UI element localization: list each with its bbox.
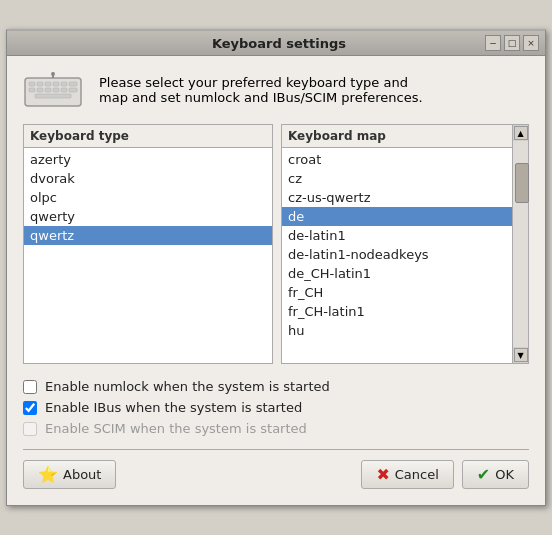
- keyboard-map-item[interactable]: de-latin1-nodeadkeys: [282, 245, 512, 264]
- star-icon: ⭐: [38, 465, 58, 484]
- keyboard-map-item[interactable]: fr_CH: [282, 283, 512, 302]
- scroll-thumb[interactable]: [515, 163, 529, 203]
- scim-row: Enable SCIM when the system is started: [23, 418, 529, 439]
- keyboard-map-item[interactable]: hu: [282, 321, 512, 340]
- keyboard-type-item[interactable]: qwerty: [24, 207, 272, 226]
- keyboard-map-item[interactable]: cz-us-qwertz: [282, 188, 512, 207]
- right-buttons: ✖ Cancel ✔ OK: [361, 460, 529, 489]
- cancel-icon: ✖: [376, 465, 389, 484]
- keyboard-map-header: Keyboard map: [282, 125, 512, 148]
- description-area: Please select your preferred keyboard ty…: [23, 72, 529, 108]
- keyboard-map-panel: Keyboard map croatczcz-us-qwertzdede-lat…: [281, 124, 513, 364]
- svg-rect-5: [61, 82, 67, 86]
- keyboard-icon: [23, 72, 83, 108]
- svg-rect-12: [69, 88, 77, 92]
- ibus-row: Enable IBus when the system is started: [23, 397, 529, 418]
- keyboard-type-item[interactable]: dvorak: [24, 169, 272, 188]
- scrollbar[interactable]: ▲ ▼: [513, 124, 529, 364]
- svg-rect-4: [53, 82, 59, 86]
- numlock-checkbox[interactable]: [23, 380, 37, 394]
- keyboard-type-item[interactable]: azerty: [24, 150, 272, 169]
- svg-rect-2: [37, 82, 43, 86]
- titlebar: Keyboard settings − □ ×: [7, 31, 545, 56]
- ibus-label: Enable IBus when the system is started: [45, 400, 302, 415]
- about-label: About: [63, 467, 101, 482]
- ok-label: OK: [495, 467, 514, 482]
- numlock-label: Enable numlock when the system is starte…: [45, 379, 330, 394]
- description-text: Please select your preferred keyboard ty…: [99, 75, 423, 105]
- cancel-button[interactable]: ✖ Cancel: [361, 460, 453, 489]
- about-button[interactable]: ⭐ About: [23, 460, 116, 489]
- maximize-button[interactable]: □: [504, 35, 520, 51]
- description-line2: map and set numlock and IBus/SCIM prefer…: [99, 90, 423, 105]
- svg-rect-8: [37, 88, 43, 92]
- keyboard-map-item[interactable]: de-latin1: [282, 226, 512, 245]
- keyboard-type-header: Keyboard type: [24, 125, 272, 148]
- scim-checkbox[interactable]: [23, 422, 37, 436]
- close-button[interactable]: ×: [523, 35, 539, 51]
- numlock-row: Enable numlock when the system is starte…: [23, 376, 529, 397]
- svg-rect-6: [69, 82, 77, 86]
- description-line1: Please select your preferred keyboard ty…: [99, 75, 423, 90]
- checkboxes-area: Enable numlock when the system is starte…: [23, 376, 529, 439]
- keyboard-map-item[interactable]: de: [282, 207, 512, 226]
- ok-icon: ✔: [477, 465, 490, 484]
- keyboard-type-panel: Keyboard type azertydvorakolpcqwertyqwer…: [23, 124, 273, 364]
- window-title: Keyboard settings: [73, 36, 485, 51]
- keyboard-map-list[interactable]: croatczcz-us-qwertzdede-latin1de-latin1-…: [282, 148, 512, 363]
- ok-button[interactable]: ✔ OK: [462, 460, 529, 489]
- svg-rect-10: [53, 88, 59, 92]
- scim-label: Enable SCIM when the system is started: [45, 421, 307, 436]
- svg-point-15: [51, 72, 55, 76]
- ibus-checkbox[interactable]: [23, 401, 37, 415]
- cancel-label: Cancel: [395, 467, 439, 482]
- scroll-down-button[interactable]: ▼: [514, 348, 528, 362]
- keyboard-type-item[interactable]: olpc: [24, 188, 272, 207]
- scroll-track[interactable]: [513, 141, 528, 347]
- keyboard-map-item[interactable]: croat: [282, 150, 512, 169]
- keyboard-type-item[interactable]: qwertz: [24, 226, 272, 245]
- svg-rect-1: [29, 82, 35, 86]
- keyboard-map-item[interactable]: fr_CH-latin1: [282, 302, 512, 321]
- keyboard-map-wrapper: Keyboard map croatczcz-us-qwertzdede-lat…: [281, 124, 529, 364]
- keyboard-map-item[interactable]: cz: [282, 169, 512, 188]
- keyboard-map-item[interactable]: de_CH-latin1: [282, 264, 512, 283]
- lists-container: Keyboard type azertydvorakolpcqwertyqwer…: [23, 124, 529, 364]
- svg-rect-11: [61, 88, 67, 92]
- svg-rect-9: [45, 88, 51, 92]
- window-body: Please select your preferred keyboard ty…: [7, 56, 545, 505]
- scroll-up-button[interactable]: ▲: [514, 126, 528, 140]
- keyboard-type-list[interactable]: azertydvorakolpcqwertyqwertz: [24, 148, 272, 363]
- divider: [23, 449, 529, 450]
- minimize-button[interactable]: −: [485, 35, 501, 51]
- svg-rect-7: [29, 88, 35, 92]
- keyboard-settings-dialog: Keyboard settings − □ ×: [6, 29, 546, 506]
- svg-rect-3: [45, 82, 51, 86]
- svg-rect-13: [35, 94, 71, 98]
- buttons-area: ⭐ About ✖ Cancel ✔ OK: [23, 460, 529, 489]
- window-controls: − □ ×: [485, 35, 539, 51]
